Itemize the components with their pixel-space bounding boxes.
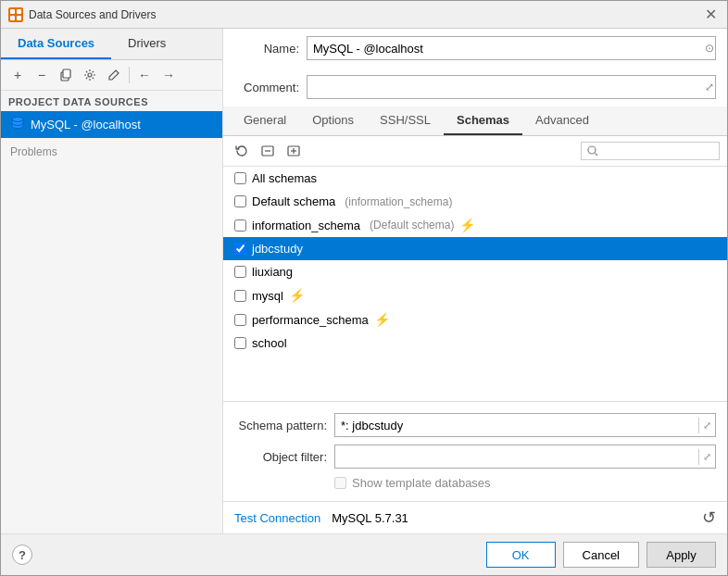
- tab-general[interactable]: General: [231, 106, 299, 135]
- schema-checkbox-information[interactable]: [234, 219, 246, 232]
- schema-label-performance: performance_schema: [252, 313, 369, 327]
- back-button[interactable]: ←: [133, 64, 156, 86]
- schema-pattern-row: Schema pattern: ⤢: [234, 409, 716, 441]
- schema-pattern-input[interactable]: [335, 414, 698, 436]
- svg-rect-2: [10, 16, 15, 20]
- object-filter-input[interactable]: [335, 445, 698, 468]
- test-connection-button[interactable]: Test Connection: [234, 511, 320, 525]
- schema-checkbox-default[interactable]: [234, 195, 246, 207]
- schemas-footer: Schema pattern: ⤢ Object filter: ⤢: [223, 401, 727, 501]
- svg-line-14: [596, 154, 598, 157]
- schemas-toolbar: [223, 136, 727, 167]
- sidebar-tab-bar: Data Sources Drivers: [1, 29, 222, 60]
- dialog-footer: ? OK Cancel Apply: [1, 533, 727, 575]
- search-icon: [587, 145, 598, 157]
- help-button[interactable]: ?: [12, 545, 32, 565]
- panel-tab-bar: General Options SSH/SSL Schemas Advanced: [223, 106, 727, 136]
- main-window: Data Sources and Drivers ✕ Data Sources …: [0, 0, 728, 576]
- schema-item-performance[interactable]: performance_schema ⚡: [223, 307, 727, 332]
- lightning-icon-information: ⚡: [459, 218, 475, 232]
- check-all-icon[interactable]: [257, 140, 279, 162]
- window-title: Data Sources and Drivers: [29, 8, 701, 21]
- schema-label-information: information_schema: [252, 219, 360, 232]
- object-filter-expand-icon[interactable]: ⤢: [698, 449, 715, 465]
- refresh-button[interactable]: ↺: [702, 507, 716, 528]
- svg-rect-1: [17, 9, 21, 14]
- tab-data-sources[interactable]: Data Sources: [1, 29, 111, 59]
- schema-pattern-input-wrap: ⤢: [334, 413, 716, 437]
- comment-row: Comment: ⤢: [223, 68, 727, 106]
- apply-button[interactable]: Apply: [646, 542, 716, 568]
- object-filter-input-wrap: ⤢: [334, 445, 716, 469]
- name-row: Name: ⊙: [223, 29, 727, 68]
- close-button[interactable]: ✕: [701, 6, 720, 24]
- search-input[interactable]: [602, 144, 713, 157]
- copy-button[interactable]: [55, 64, 77, 86]
- sidebar: Data Sources Drivers + − ← →: [1, 29, 223, 533]
- add-button[interactable]: +: [6, 64, 29, 86]
- svg-point-6: [88, 73, 92, 77]
- remove-button[interactable]: −: [31, 64, 53, 86]
- project-data-sources-label: Project Data Sources: [1, 91, 222, 111]
- schemas-search-box: [581, 142, 720, 160]
- tab-drivers[interactable]: Drivers: [111, 29, 182, 59]
- comment-input-wrapper: ⤢: [307, 75, 716, 99]
- schema-item-all[interactable]: All schemas: [223, 167, 727, 190]
- schema-pattern-label: Schema pattern:: [234, 419, 327, 432]
- schema-checkbox-mysql[interactable]: [234, 290, 246, 302]
- forward-button[interactable]: →: [157, 64, 180, 86]
- tab-sshssl[interactable]: SSH/SSL: [367, 106, 444, 135]
- schema-item-information[interactable]: information_schema (Default schema) ⚡: [223, 213, 727, 237]
- object-filter-label: Object filter:: [234, 450, 327, 464]
- schema-label-default: Default schema: [252, 194, 335, 208]
- edit-button[interactable]: [103, 64, 125, 86]
- ok-button[interactable]: OK: [486, 542, 556, 568]
- settings-button[interactable]: [79, 64, 101, 86]
- schema-item-jdbcstudy[interactable]: jdbcstudy: [223, 237, 727, 260]
- schema-sub-default: (information_schema): [345, 195, 452, 208]
- schema-label-all: All schemas: [252, 171, 317, 185]
- schema-checkbox-performance[interactable]: [234, 314, 246, 326]
- svg-rect-3: [17, 16, 21, 20]
- schema-checkbox-jdbcstudy[interactable]: [234, 243, 246, 255]
- schema-sub-information: (Default schema): [370, 219, 454, 232]
- uncheck-all-icon[interactable]: [282, 140, 305, 162]
- problems-link[interactable]: Problems: [1, 138, 222, 166]
- schema-item-mysql[interactable]: mysql ⚡: [223, 283, 727, 307]
- schema-checkbox-all[interactable]: [234, 172, 246, 184]
- help-icon: ?: [19, 548, 26, 562]
- name-input[interactable]: [307, 36, 716, 60]
- db-icon: [10, 116, 25, 133]
- tab-options[interactable]: Options: [299, 106, 367, 135]
- name-expand-icon[interactable]: ⊙: [705, 42, 714, 55]
- right-panel: Name: ⊙ Comment: ⤢ General Options SSH/S…: [223, 29, 727, 533]
- db-version: MySQL 5.7.31: [332, 511, 408, 525]
- svg-rect-0: [10, 9, 15, 14]
- show-template-row: Show template databases: [234, 472, 716, 494]
- comment-input[interactable]: [307, 75, 716, 99]
- schema-item-default[interactable]: Default schema (information_schema): [223, 190, 727, 213]
- schema-item-liuxiang[interactable]: liuxiang: [223, 260, 727, 283]
- svg-rect-5: [63, 69, 70, 78]
- sidebar-toolbar: + − ← →: [1, 60, 222, 91]
- schema-label-liuxiang: liuxiang: [252, 265, 293, 279]
- schema-checkbox-liuxiang[interactable]: [234, 266, 246, 278]
- cancel-button[interactable]: Cancel: [563, 542, 639, 568]
- refresh-schemas-icon[interactable]: [231, 140, 253, 162]
- sidebar-item-mysql[interactable]: MySQL - @localhost: [1, 111, 222, 138]
- schema-pattern-expand-icon[interactable]: ⤢: [698, 418, 715, 433]
- schema-checkbox-school[interactable]: [234, 337, 246, 349]
- schema-label-school: school: [252, 336, 287, 350]
- svg-point-13: [588, 146, 596, 154]
- schema-item-school[interactable]: school: [223, 332, 727, 355]
- show-template-checkbox[interactable]: [334, 477, 346, 489]
- lightning-icon-mysql: ⚡: [289, 288, 305, 303]
- tab-schemas[interactable]: Schemas: [444, 106, 522, 135]
- object-filter-row: Object filter: ⤢: [234, 441, 716, 472]
- schemas-list: All schemas Default schema (information_…: [223, 167, 727, 401]
- comment-expand-icon[interactable]: ⤢: [705, 81, 714, 94]
- tab-advanced[interactable]: Advanced: [522, 106, 602, 135]
- schema-label-jdbcstudy: jdbcstudy: [252, 242, 303, 256]
- content-area: Data Sources Drivers + − ← →: [1, 29, 727, 533]
- schemas-panel: All schemas Default schema (information_…: [223, 136, 727, 533]
